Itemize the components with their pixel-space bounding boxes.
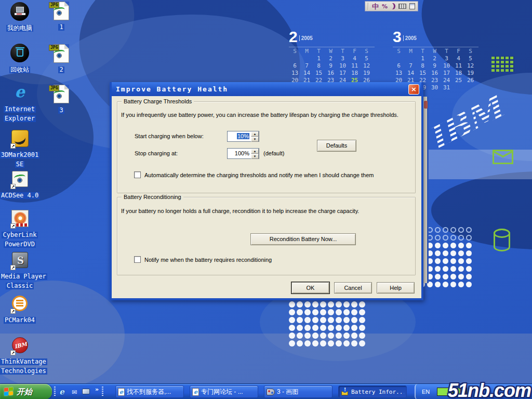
language-bar[interactable]: 中 % <box>365 1 418 11</box>
jpg-file-icon: JPG <box>51 1 72 21</box>
pcmark-icon: ↗ <box>9 294 30 314</box>
spin-down-icon[interactable]: ▼ <box>251 154 259 159</box>
quicklaunch-internet-explorer-icon[interactable]: e <box>57 387 66 396</box>
battery-info-icon: ! <box>341 388 349 396</box>
calendar-weekday-header: SMTWTFS <box>289 47 375 55</box>
stop-charging-label: Stop charging at: <box>135 150 178 156</box>
desktop-icon-pcmark04[interactable]: ↗ PCMark04 <box>0 294 39 324</box>
desktop-icon-jpg-3[interactable]: JPG 3 <box>42 84 81 114</box>
wallpaper-dot <box>304 309 311 315</box>
desktop-icon-thinkvantage[interactable]: ↗ ThinkVantageTechnologies <box>0 336 39 375</box>
calendar-day: 31 <box>441 84 453 91</box>
wallpaper-dot <box>443 243 448 248</box>
calendar-day <box>453 84 464 91</box>
paint-icon <box>267 389 275 395</box>
help-button[interactable]: Help <box>377 282 415 294</box>
desktop-icon-media-player-classic[interactable]: ↗ Media PlayerClassic <box>0 250 39 290</box>
start-charging-value[interactable]: 10% <box>227 131 251 142</box>
notify-reconditioning-checkbox-label[interactable]: Notify me when the battery requires reco… <box>144 257 272 263</box>
stop-charging-value[interactable]: 100% <box>227 148 251 159</box>
soft-keyboard-icon[interactable] <box>398 4 406 9</box>
wallpaper-dot <box>289 301 295 308</box>
wallpaper-dot <box>289 309 295 315</box>
dialog-titlebar[interactable]: Improve Battery Health × <box>112 82 421 96</box>
wallpaper-dot <box>304 301 311 308</box>
spin-up-icon[interactable]: ▲ <box>251 149 259 154</box>
start-button[interactable]: 开始 <box>0 384 52 399</box>
start-charging-spinner[interactable]: 10% ▲ ▼ <box>227 131 259 142</box>
acdsee-icon: ↗ <box>9 169 30 189</box>
calendar-day: 24 <box>441 77 453 84</box>
wallpaper-dot <box>450 243 456 248</box>
envelope-icon <box>493 150 513 164</box>
calendar-weekday: T <box>313 48 325 55</box>
wallpaper-dot <box>320 340 326 347</box>
wallpaper-dot <box>351 301 357 308</box>
calendar-weekday: M <box>405 48 417 55</box>
calendar-day <box>301 55 313 62</box>
thinkvantage-icon: ↗ <box>9 336 30 355</box>
wallpaper-dot <box>435 235 441 241</box>
language-bar-menu-icon[interactable] <box>409 3 415 9</box>
quicklaunch-overflow-chevron[interactable]: » <box>95 386 99 393</box>
windows-flag-icon <box>4 387 14 397</box>
calendar-day: 23 <box>429 77 441 84</box>
taskbar-button-server-not-found[interactable]: 找不到服务器,... <box>115 385 184 398</box>
desktop-icon-internet-explorer[interactable]: e InternetExplorer <box>0 83 39 123</box>
desktop-icon-my-computer[interactable]: 我的电脑 <box>0 2 39 32</box>
spin-down-icon[interactable]: ▼ <box>251 137 259 142</box>
background-window-edge <box>423 97 429 283</box>
wallpaper-dot <box>320 325 326 331</box>
3dmark-icon: ↗ <box>9 129 30 149</box>
wallpaper-dot <box>458 282 464 287</box>
calendar-weekday: T <box>417 48 429 55</box>
taskbar-button-forum[interactable]: 专门网论坛 - ... <box>190 385 258 398</box>
default-suffix-label: (default) <box>263 150 284 156</box>
auto-thresholds-checkbox-label[interactable]: Automatically determine the charging thr… <box>144 172 374 178</box>
calendar-day: 9 <box>325 62 337 70</box>
stop-charging-spinner[interactable]: 100% ▲ ▼ <box>227 148 259 159</box>
desktop-icon-powerdvd[interactable]: ↗ CyberLinkPowerDVD <box>0 209 39 248</box>
wallpaper-dot <box>328 309 334 315</box>
punctuation-mode-icon[interactable] <box>391 3 395 9</box>
taskbar-button-paint[interactable]: 3 - 画图 <box>264 385 332 398</box>
calendar-day: 18 <box>453 70 464 77</box>
spin-up-icon[interactable]: ▲ <box>251 131 259 137</box>
cancel-button[interactable]: Cancel <box>334 282 372 294</box>
wallpaper-dot <box>466 243 472 248</box>
quicklaunch-outlook-express-icon[interactable]: ✉ <box>70 387 79 396</box>
desktop-icon-3dmark2001[interactable]: ↗ 3DMark2001SE <box>0 129 39 168</box>
input-mode-icon[interactable]: 中 <box>372 3 379 10</box>
calendar-day: 7 <box>405 62 417 70</box>
notify-reconditioning-checkbox[interactable] <box>134 256 141 263</box>
fullwidth-mode-icon[interactable]: % <box>382 4 388 9</box>
taskbar-button-battery-information[interactable]: ! Battery Infor... <box>338 385 407 398</box>
wallpaper-dot <box>289 340 295 347</box>
desktop-icon-jpg-2[interactable]: JPG 2 <box>42 44 81 74</box>
desktop-icon-recycle-bin[interactable]: 回收站 <box>0 44 39 74</box>
database-cylinder-icon <box>494 229 510 251</box>
quicklaunch-show-desktop-icon[interactable] <box>82 387 91 396</box>
calendar-day: 3 <box>337 55 349 62</box>
desktop-icon-acdsee[interactable]: ↗ ACDSee 4.0 <box>0 169 39 200</box>
desktop-icon-jpg-1[interactable]: JPG 1 <box>42 1 81 31</box>
ok-button[interactable]: OK <box>291 282 329 294</box>
language-bar-handle-icon[interactable] <box>368 3 369 10</box>
defaults-button[interactable]: Defaults <box>317 140 356 152</box>
wallpaper-dot <box>312 325 318 331</box>
icon-label: Media PlayerClassic <box>0 271 39 290</box>
wallpaper-dot <box>297 325 303 331</box>
icon-label: ThinkVantageTechnologies <box>0 356 39 375</box>
wallpaper-dot <box>312 332 318 339</box>
wallpaper-dot <box>304 325 311 331</box>
icon-label: 3DMark2001SE <box>0 150 39 168</box>
quicklaunch-handle[interactable] <box>54 387 56 397</box>
tray-language-indicator[interactable]: EN <box>422 389 430 395</box>
auto-thresholds-checkbox[interactable] <box>134 171 141 178</box>
icon-label: PCMark04 <box>0 315 39 324</box>
recondition-battery-button[interactable]: Recondition Battery Now... <box>250 233 356 245</box>
calendar-day: 17 <box>337 70 349 77</box>
close-icon[interactable]: × <box>408 84 419 95</box>
wallpaper-dot <box>435 266 441 272</box>
wallpaper-dot <box>435 258 441 264</box>
